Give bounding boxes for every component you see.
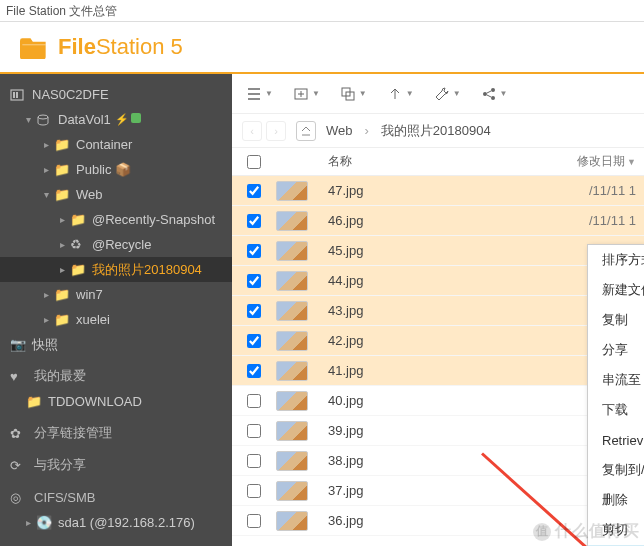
tree-public[interactable]: ▸ 📁 Public 📦 [0,157,232,182]
section-cifs[interactable]: ◎CIFS/SMB [0,484,232,510]
context-menu-item[interactable]: 删除 [588,485,644,515]
expand-icon[interactable]: ▸ [40,289,52,300]
table-row[interactable]: 45.jpg/11/11 1 [232,236,644,266]
context-menu-item[interactable]: 分享› [588,335,644,365]
tree-container[interactable]: ▸ 📁 Container [0,132,232,157]
expand-icon[interactable]: ▸ [56,239,68,250]
expand-icon[interactable]: ▸ [40,164,52,175]
table-row[interactable]: 42.jpg/11/11 1 [232,326,644,356]
tree-photos-active[interactable]: ▸ 📁 我的照片20180904 [0,257,232,282]
row-checkbox[interactable] [247,244,261,258]
share-button[interactable]: ▼ [481,86,508,102]
qsync-icon: 📦 [115,162,131,177]
section-sharelink[interactable]: ✿分享链接管理 [0,420,232,446]
file-date: /11/11 1 [572,183,644,198]
context-menu-item[interactable]: 下载 [588,395,644,425]
table-row[interactable]: 46.jpg/11/11 1 [232,206,644,236]
thumbnail-icon [276,241,308,261]
expand-icon[interactable]: ▸ [40,139,52,150]
nav-back-button[interactable]: ‹ [242,121,262,141]
tools-button[interactable]: ▼ [434,86,461,102]
expand-icon[interactable]: ▸ [56,214,68,225]
svg-rect-1 [13,92,15,98]
tree-datavol[interactable]: ▾ DataVol1 ⚡ [0,107,232,132]
sort-desc-icon: ▼ [627,157,636,167]
table-row[interactable]: 40.jpg/11/11 1 [232,386,644,416]
context-menu-item[interactable]: 串流至› [588,365,644,395]
tree-label: 快照 [32,336,58,354]
thumbnail-icon [276,331,308,351]
row-checkbox[interactable] [247,394,261,408]
watermark-text: 什么值得买 [555,521,640,542]
disk-icon: 💽 [36,515,52,530]
breadcrumb-separator: › [365,123,369,138]
tree-web[interactable]: ▾ 📁 Web [0,182,232,207]
breadcrumb-part[interactable]: Web [326,123,353,138]
breadcrumb-part[interactable]: 我的照片20180904 [381,122,491,140]
row-checkbox[interactable] [247,424,261,438]
tree-win7[interactable]: ▸ 📁 win7 [0,282,232,307]
table-row[interactable]: 43.jpg/11/11 1 [232,296,644,326]
row-checkbox[interactable] [247,364,261,378]
nav-forward-button[interactable]: › [266,121,286,141]
thumbnail-icon [276,301,308,321]
view-mode-button[interactable]: ▼ [246,86,273,102]
section-trash[interactable]: 🗑资源回收站 [0,541,232,546]
row-checkbox[interactable] [247,334,261,348]
expand-icon[interactable]: ▸ [40,314,52,325]
section-favorites[interactable]: ♥我的最爱 [0,363,232,389]
row-checkbox[interactable] [247,484,261,498]
row-checkbox[interactable] [247,214,261,228]
create-button[interactable]: ▼ [293,86,320,102]
breadcrumb: ‹ › Web › 我的照片20180904 [232,114,644,148]
row-checkbox[interactable] [247,304,261,318]
context-menu-item[interactable]: 复制 [588,305,644,335]
context-menu-item[interactable]: 新建文件夹 [588,275,644,305]
table-row[interactable]: 39.jpg/11/11 1 [232,416,644,446]
table-row[interactable]: 37.jpg/11/11 1 [232,476,644,506]
file-name: 37.jpg [324,483,572,498]
folder-icon: 📁 [54,287,70,302]
table-row[interactable]: 41.jpg/11/11 1 [232,356,644,386]
content-pane: ▼ ▼ ▼ ▼ ▼ ▼ ‹ › Web › 我的照片20180904 名称 修改… [232,74,644,546]
table-header: 名称 修改日期▼ [232,148,644,176]
folder-icon: 📁 [54,312,70,327]
expand-icon[interactable]: ▸ [56,264,68,275]
row-checkbox[interactable] [247,454,261,468]
collapse-icon[interactable]: ▾ [22,114,34,125]
table-row[interactable]: 44.jpg/11/11 1 [232,266,644,296]
svg-point-8 [491,88,495,92]
row-checkbox[interactable] [247,514,261,528]
context-menu-item[interactable]: 排序方式› [588,245,644,275]
row-checkbox[interactable] [247,184,261,198]
tree-recycle[interactable]: ▸ ♻ @Recycle [0,232,232,257]
nav-up-button[interactable] [296,121,316,141]
tree-label: 我的照片20180904 [92,261,202,279]
tree-label: Container [76,137,132,152]
tree-snapshot[interactable]: 📷 快照 [0,332,232,357]
tree-recently-snapshot[interactable]: ▸ 📁 @Recently-Snapshot [0,207,232,232]
upload-button[interactable]: ▼ [387,86,414,102]
section-shareme[interactable]: ⟳与我分享 [0,452,232,478]
context-menu: 排序方式›新建文件夹复制分享›串流至›下载Retrieving from arc… [587,244,644,546]
refresh-icon: ⟳ [10,458,28,473]
thumbnail-icon [276,361,308,381]
context-menu-item[interactable]: 复制到/移动到› [588,455,644,485]
select-all-checkbox[interactable] [247,155,261,169]
chevron-down-icon: ▼ [406,89,414,98]
expand-icon[interactable]: ▸ [22,517,34,528]
tree-root-nas[interactable]: NAS0C2DFE [0,82,232,107]
tree-tddownload[interactable]: 📁 TDDOWNLOAD [0,389,232,414]
row-checkbox[interactable] [247,274,261,288]
tree-xuelei[interactable]: ▸ 📁 xuelei [0,307,232,332]
tree-label: sda1 (@192.168.2.176) [58,515,195,530]
copy-button[interactable]: ▼ [340,86,367,102]
table-row[interactable]: 38.jpg/11/11 1 [232,446,644,476]
file-name: 46.jpg [324,213,572,228]
column-date[interactable]: 修改日期▼ [572,153,644,170]
tree-sda1[interactable]: ▸ 💽 sda1 (@192.168.2.176) [0,510,232,535]
collapse-icon[interactable]: ▾ [40,189,52,200]
table-row[interactable]: 47.jpg/11/11 1 [232,176,644,206]
context-menu-item[interactable]: Retrieving from archival storage [588,425,644,455]
column-name[interactable]: 名称 [324,153,572,170]
